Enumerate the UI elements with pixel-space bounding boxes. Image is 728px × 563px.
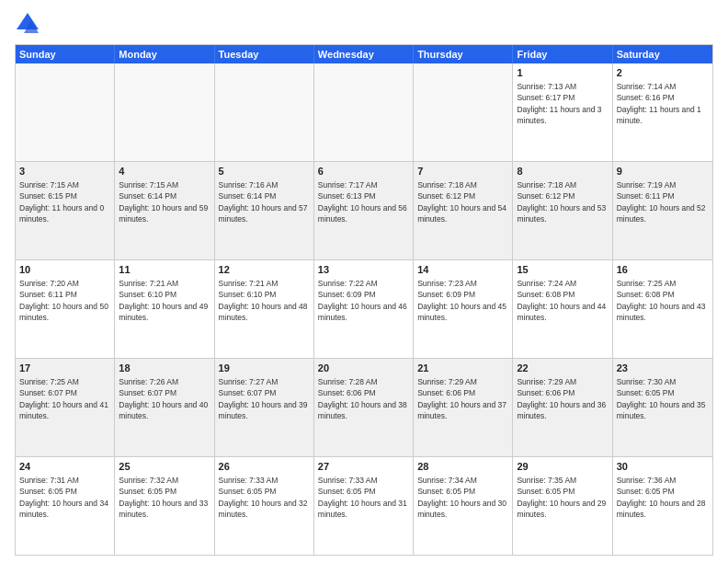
cal-cell: 25Sunrise: 7:32 AMSunset: 6:05 PMDayligh… bbox=[115, 457, 214, 555]
cal-cell: 14Sunrise: 7:23 AMSunset: 6:09 PMDayligh… bbox=[414, 260, 513, 358]
cal-cell: 21Sunrise: 7:29 AMSunset: 6:06 PMDayligh… bbox=[414, 359, 513, 456]
cell-info: Sunrise: 7:36 AMSunset: 6:05 PMDaylight:… bbox=[617, 476, 706, 519]
page: SundayMondayTuesdayWednesdayThursdayFrid… bbox=[0, 0, 728, 563]
cal-cell: 7Sunrise: 7:18 AMSunset: 6:12 PMDaylight… bbox=[414, 162, 513, 259]
day-number: 10 bbox=[19, 263, 110, 277]
cell-info: Sunrise: 7:33 AMSunset: 6:05 PMDaylight:… bbox=[318, 476, 407, 519]
day-number: 3 bbox=[19, 165, 110, 178]
cell-info: Sunrise: 7:17 AMSunset: 6:13 PMDaylight:… bbox=[318, 180, 407, 224]
cell-info: Sunrise: 7:25 AMSunset: 6:07 PMDaylight:… bbox=[19, 377, 108, 420]
week-row-1: 3Sunrise: 7:15 AMSunset: 6:15 PMDaylight… bbox=[16, 161, 712, 259]
logo-icon bbox=[15, 11, 40, 37]
day-number: 24 bbox=[19, 460, 110, 474]
cal-cell bbox=[115, 63, 214, 161]
day-number: 28 bbox=[417, 460, 508, 474]
calendar-header: SundayMondayTuesdayWednesdayThursdayFrid… bbox=[16, 45, 712, 63]
cell-info: Sunrise: 7:15 AMSunset: 6:15 PMDaylight:… bbox=[19, 180, 104, 224]
header-day-monday: Monday bbox=[115, 45, 214, 63]
day-number: 6 bbox=[318, 165, 409, 178]
cell-info: Sunrise: 7:30 AMSunset: 6:05 PMDaylight:… bbox=[617, 377, 706, 420]
day-number: 22 bbox=[517, 362, 608, 375]
day-number: 13 bbox=[318, 263, 409, 277]
day-number: 20 bbox=[318, 362, 409, 375]
cal-cell bbox=[16, 63, 115, 161]
cal-cell: 6Sunrise: 7:17 AMSunset: 6:13 PMDaylight… bbox=[314, 162, 414, 259]
cell-info: Sunrise: 7:19 AMSunset: 6:11 PMDaylight:… bbox=[617, 180, 706, 224]
day-number: 26 bbox=[219, 460, 310, 474]
cell-info: Sunrise: 7:29 AMSunset: 6:06 PMDaylight:… bbox=[417, 377, 506, 420]
cal-cell: 2Sunrise: 7:14 AMSunset: 6:16 PMDaylight… bbox=[613, 63, 712, 161]
cal-cell bbox=[414, 63, 513, 161]
cal-cell: 10Sunrise: 7:20 AMSunset: 6:11 PMDayligh… bbox=[16, 260, 115, 358]
cell-info: Sunrise: 7:29 AMSunset: 6:06 PMDaylight:… bbox=[517, 377, 606, 420]
cell-info: Sunrise: 7:14 AMSunset: 6:16 PMDaylight:… bbox=[617, 82, 701, 125]
day-number: 5 bbox=[219, 165, 310, 178]
day-number: 15 bbox=[517, 263, 608, 277]
cal-cell: 13Sunrise: 7:22 AMSunset: 6:09 PMDayligh… bbox=[314, 260, 414, 358]
week-row-3: 17Sunrise: 7:25 AMSunset: 6:07 PMDayligh… bbox=[16, 358, 712, 456]
cell-info: Sunrise: 7:21 AMSunset: 6:10 PMDaylight:… bbox=[219, 279, 308, 322]
cal-cell: 23Sunrise: 7:30 AMSunset: 6:05 PMDayligh… bbox=[613, 359, 712, 456]
cell-info: Sunrise: 7:26 AMSunset: 6:07 PMDaylight:… bbox=[119, 377, 208, 420]
week-row-4: 24Sunrise: 7:31 AMSunset: 6:05 PMDayligh… bbox=[16, 456, 712, 555]
cal-cell: 24Sunrise: 7:31 AMSunset: 6:05 PMDayligh… bbox=[16, 457, 115, 555]
day-number: 9 bbox=[617, 165, 709, 178]
cal-cell: 27Sunrise: 7:33 AMSunset: 6:05 PMDayligh… bbox=[314, 457, 414, 555]
calendar-body: 1Sunrise: 7:13 AMSunset: 6:17 PMDaylight… bbox=[16, 63, 712, 555]
cal-cell: 16Sunrise: 7:25 AMSunset: 6:08 PMDayligh… bbox=[613, 260, 712, 358]
cell-info: Sunrise: 7:13 AMSunset: 6:17 PMDaylight:… bbox=[517, 82, 601, 125]
cal-cell: 30Sunrise: 7:36 AMSunset: 6:05 PMDayligh… bbox=[613, 457, 712, 555]
cal-cell: 18Sunrise: 7:26 AMSunset: 6:07 PMDayligh… bbox=[115, 359, 214, 456]
cell-info: Sunrise: 7:31 AMSunset: 6:05 PMDaylight:… bbox=[19, 476, 108, 519]
day-number: 11 bbox=[119, 263, 210, 277]
cell-info: Sunrise: 7:18 AMSunset: 6:12 PMDaylight:… bbox=[417, 180, 506, 224]
day-number: 1 bbox=[517, 66, 608, 80]
cal-cell: 20Sunrise: 7:28 AMSunset: 6:06 PMDayligh… bbox=[314, 359, 414, 456]
day-number: 14 bbox=[417, 263, 508, 277]
cell-info: Sunrise: 7:21 AMSunset: 6:10 PMDaylight:… bbox=[119, 279, 208, 322]
cal-cell bbox=[314, 63, 414, 161]
day-number: 30 bbox=[617, 460, 709, 474]
cell-info: Sunrise: 7:25 AMSunset: 6:08 PMDaylight:… bbox=[617, 279, 706, 322]
day-number: 7 bbox=[417, 165, 508, 178]
cal-cell: 12Sunrise: 7:21 AMSunset: 6:10 PMDayligh… bbox=[215, 260, 314, 358]
cal-cell: 1Sunrise: 7:13 AMSunset: 6:17 PMDaylight… bbox=[513, 63, 612, 161]
header-day-friday: Friday bbox=[513, 45, 612, 63]
logo bbox=[15, 11, 44, 37]
day-number: 25 bbox=[119, 460, 210, 474]
cell-info: Sunrise: 7:20 AMSunset: 6:11 PMDaylight:… bbox=[19, 279, 108, 322]
day-number: 19 bbox=[219, 362, 310, 375]
cal-cell: 28Sunrise: 7:34 AMSunset: 6:05 PMDayligh… bbox=[414, 457, 513, 555]
cal-cell: 29Sunrise: 7:35 AMSunset: 6:05 PMDayligh… bbox=[513, 457, 612, 555]
cell-info: Sunrise: 7:32 AMSunset: 6:05 PMDaylight:… bbox=[119, 476, 208, 519]
cell-info: Sunrise: 7:33 AMSunset: 6:05 PMDaylight:… bbox=[219, 476, 308, 519]
cell-info: Sunrise: 7:15 AMSunset: 6:14 PMDaylight:… bbox=[119, 180, 208, 224]
cal-cell bbox=[215, 63, 314, 161]
cell-info: Sunrise: 7:23 AMSunset: 6:09 PMDaylight:… bbox=[417, 279, 506, 322]
cell-info: Sunrise: 7:24 AMSunset: 6:08 PMDaylight:… bbox=[517, 279, 606, 322]
cal-cell: 3Sunrise: 7:15 AMSunset: 6:15 PMDaylight… bbox=[16, 162, 115, 259]
header-day-tuesday: Tuesday bbox=[215, 45, 314, 63]
cal-cell: 15Sunrise: 7:24 AMSunset: 6:08 PMDayligh… bbox=[513, 260, 612, 358]
calendar: SundayMondayTuesdayWednesdayThursdayFrid… bbox=[15, 44, 713, 556]
cal-cell: 26Sunrise: 7:33 AMSunset: 6:05 PMDayligh… bbox=[215, 457, 314, 555]
cell-info: Sunrise: 7:18 AMSunset: 6:12 PMDaylight:… bbox=[517, 180, 606, 224]
header bbox=[15, 11, 713, 37]
cal-cell: 19Sunrise: 7:27 AMSunset: 6:07 PMDayligh… bbox=[215, 359, 314, 456]
day-number: 18 bbox=[119, 362, 210, 375]
day-number: 2 bbox=[617, 66, 709, 80]
week-row-2: 10Sunrise: 7:20 AMSunset: 6:11 PMDayligh… bbox=[16, 259, 712, 358]
cell-info: Sunrise: 7:27 AMSunset: 6:07 PMDaylight:… bbox=[219, 377, 308, 420]
day-number: 12 bbox=[219, 263, 310, 277]
week-row-0: 1Sunrise: 7:13 AMSunset: 6:17 PMDaylight… bbox=[16, 63, 712, 161]
day-number: 29 bbox=[517, 460, 608, 474]
cell-info: Sunrise: 7:22 AMSunset: 6:09 PMDaylight:… bbox=[318, 279, 407, 322]
cell-info: Sunrise: 7:34 AMSunset: 6:05 PMDaylight:… bbox=[417, 476, 506, 519]
header-day-thursday: Thursday bbox=[414, 45, 513, 63]
cell-info: Sunrise: 7:28 AMSunset: 6:06 PMDaylight:… bbox=[318, 377, 407, 420]
cal-cell: 11Sunrise: 7:21 AMSunset: 6:10 PMDayligh… bbox=[115, 260, 214, 358]
day-number: 21 bbox=[417, 362, 508, 375]
cell-info: Sunrise: 7:35 AMSunset: 6:05 PMDaylight:… bbox=[517, 476, 606, 519]
day-number: 17 bbox=[19, 362, 110, 375]
day-number: 16 bbox=[617, 263, 709, 277]
